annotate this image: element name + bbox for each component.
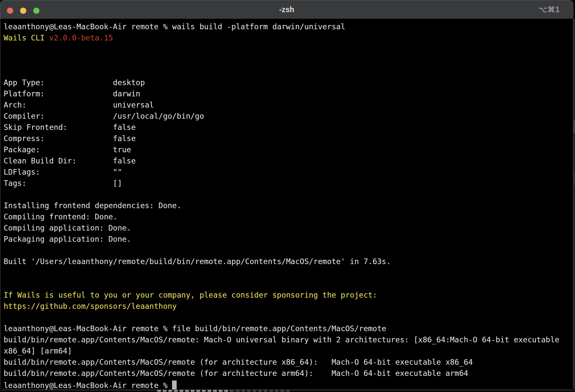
background-window-fragment: [573, 171, 575, 186]
terminal-text-segment: build/bin/remote.app/Contents/MacOS/remo…: [4, 369, 468, 378]
terminal-text-segment: Platform: darwin: [4, 89, 140, 98]
terminal-text-segment: LDFlags: "": [4, 168, 122, 176]
terminal-text-segment: Compress: false: [4, 134, 136, 143]
terminal-line: [4, 66, 573, 77]
terminal-text-segment: leaanthony@Leas-MacBook-Air remote %: [4, 381, 172, 389]
terminal-text-segment: Packaging application: Done.: [4, 235, 131, 243]
terminal-text-segment: Clean Build Dir: false: [4, 157, 136, 165]
terminal-text-segment: https://github.com/sponsors/leaanthony: [4, 302, 177, 310]
terminal-line: leaanthony@Leas-MacBook-Air remote %: [4, 379, 573, 389]
background-window-text-fragment: [157, 390, 230, 392]
terminal-text-segment: Skip Frontend: false: [4, 123, 136, 132]
terminal-text-segment: Installing frontend dependencies: Done.: [4, 201, 181, 210]
terminal-line: Packaging application: Done.: [4, 233, 573, 245]
terminal-text-segment: Compiling application: Done.: [4, 224, 131, 232]
terminal-line: Clean Build Dir: false: [4, 155, 573, 166]
terminal-text-segment: Package: true: [4, 145, 131, 154]
terminal-line: Installing frontend dependencies: Done.: [4, 200, 573, 211]
terminal-line: [4, 189, 573, 200]
window-title: -zsh: [0, 0, 573, 19]
terminal-line: Tags: []: [4, 178, 573, 189]
terminal-text-segment: v2.0.0-beta.15: [49, 34, 113, 42]
background-window-right-sliver: [573, 19, 575, 392]
terminal-line: Built '/Users/leaanthony/remote/build/bi…: [4, 256, 573, 267]
window-shortcut-badge: ⌥⌘1: [538, 0, 560, 19]
terminal-text-segment: build/bin/remote.app/Contents/MacOS/remo…: [4, 335, 559, 344]
terminal-line: leaanthony@Leas-MacBook-Air remote % wai…: [4, 21, 573, 32]
terminal-line: [4, 55, 573, 66]
terminal-text-segment: build/bin/remote.app/Contents/MacOS/remo…: [4, 358, 473, 366]
terminal-line: LDFlags: "": [4, 166, 573, 178]
terminal-text-segment: leaanthony@Leas-MacBook-Air remote % fil…: [4, 324, 386, 333]
terminal-line: leaanthony@Leas-MacBook-Air remote % fil…: [4, 323, 573, 334]
terminal-screen[interactable]: leaanthony@Leas-MacBook-Air remote % wai…: [0, 19, 573, 389]
terminal-line: [4, 245, 573, 256]
terminal-line: Wails CLI v2.0.0-beta.15: [4, 32, 573, 43]
terminal-line: build/bin/remote.app/Contents/MacOS/remo…: [4, 368, 573, 379]
text-cursor: [172, 380, 177, 389]
terminal-line: Compiler: /usr/local/go/bin/go: [4, 110, 573, 122]
terminal-text-segment: x86_64] [arm64]: [4, 347, 72, 355]
background-window-fragment: [573, 120, 575, 133]
terminal-text-segment: Tags: []: [4, 179, 122, 187]
terminal-text-segment: Built '/Users/leaanthony/remote/build/bi…: [4, 257, 391, 266]
terminal-text-segment: Compiler: /usr/local/go/bin/go: [4, 112, 204, 120]
terminal-line: Compiling application: Done.: [4, 222, 573, 233]
terminal-line: build/bin/remote.app/Contents/MacOS/remo…: [4, 356, 573, 368]
terminal-line: Package: true: [4, 144, 573, 155]
background-window-bottom-sliver: [0, 390, 575, 392]
terminal-text-segment: App Type: desktop: [4, 78, 145, 87]
terminal-line: [4, 312, 573, 323]
terminal-line: https://github.com/sponsors/leaanthony: [4, 301, 573, 312]
terminal-line: Arch: universal: [4, 99, 573, 110]
terminal-line: [4, 278, 573, 289]
terminal-line: App Type: desktop: [4, 77, 573, 88]
terminal-text-segment: If Wails is useful to you or your compan…: [4, 291, 377, 299]
terminal-text-segment: Compiling frontend: Done.: [4, 212, 117, 221]
background-window-text-fragment: [230, 390, 289, 392]
terminal-text-segment: Arch: universal: [4, 101, 154, 109]
terminal-line: [4, 43, 573, 55]
terminal-line: Compiling frontend: Done.: [4, 211, 573, 222]
desktop-screen: -zsh ⌥⌘1 leaanthony@Leas-MacBook-Air rem…: [0, 0, 575, 392]
terminal-line: [4, 267, 573, 278]
terminal-text-segment: Wails CLI: [4, 34, 49, 42]
terminal-line: Skip Frontend: false: [4, 122, 573, 133]
terminal-window: -zsh ⌥⌘1 leaanthony@Leas-MacBook-Air rem…: [0, 0, 573, 390]
terminal-line: x86_64] [arm64]: [4, 345, 573, 356]
terminal-line: Compress: false: [4, 133, 573, 144]
window-titlebar[interactable]: -zsh ⌥⌘1: [0, 0, 573, 19]
terminal-line: If Wails is useful to you or your compan…: [4, 289, 573, 301]
terminal-line: Platform: darwin: [4, 88, 573, 99]
terminal-text-segment: leaanthony@Leas-MacBook-Air remote % wai…: [4, 22, 345, 31]
terminal-line: build/bin/remote.app/Contents/MacOS/remo…: [4, 334, 573, 345]
